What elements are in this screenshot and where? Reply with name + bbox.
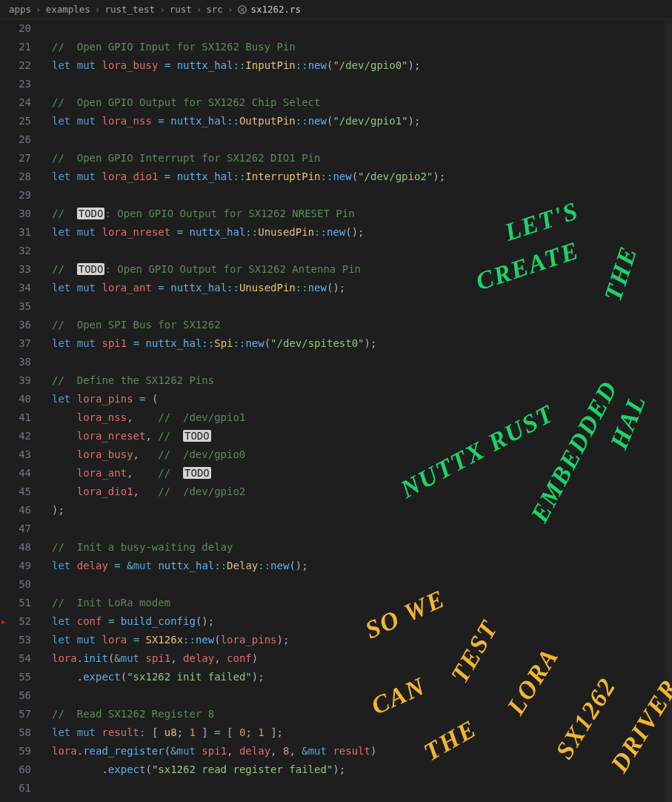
code-line[interactable]: .expect("sx1262 init failed"); [52,668,672,686]
code-line[interactable]: let mut lora_dio1 = nuttx_hal::Interrupt… [52,168,672,186]
code-line[interactable] [52,186,672,205]
chevron-right-icon: › [159,4,165,15]
line-number: 53 [0,631,31,649]
code-line[interactable] [52,575,672,594]
crumb-file[interactable]: sx1262.rs [250,4,301,15]
crumb-rust-test[interactable]: rust_test [104,4,155,15]
crumb-apps[interactable]: apps [9,4,31,15]
line-number: 56 [0,686,31,705]
minimap[interactable] [665,19,672,802]
line-number: 28 [0,168,31,186]
line-number: 27 [0,149,31,168]
code-line[interactable]: lora_busy, // /dev/gpio0 [52,445,672,464]
code-line[interactable] [52,520,672,538]
line-number: 40 [0,390,31,408]
line-number: 32 [0,242,31,260]
crumb-examples[interactable]: examples [46,4,90,15]
line-number: 29 [0,186,31,205]
line-number: 37 [0,334,31,353]
code-line[interactable]: lora.init(&mut spi1, delay, conf) [52,649,672,668]
code-line[interactable] [52,242,672,260]
code-line[interactable]: // Open GPIO Input for SX1262 Busy Pin [52,38,672,56]
code-line[interactable] [52,353,672,371]
code-line[interactable]: // Define the SX1262 Pins [52,371,672,390]
rust-file-icon: R [237,4,247,15]
code-line[interactable]: let lora_pins = ( [52,390,672,408]
line-number: 55 [0,668,31,686]
line-number: 35 [0,297,31,316]
line-number: 39 [0,371,31,390]
code-line[interactable]: .expect("sx1262 read register failed"); [52,760,672,779]
code-line[interactable]: let mut lora_ant = nuttx_hal::UnusedPin:… [52,279,672,297]
code-line[interactable]: // Read SX1262 Register 8 [52,705,672,723]
line-number: 21 [0,38,31,56]
chevron-right-icon: › [227,4,233,15]
code-line[interactable]: let mut spi1 = nuttx_hal::Spi::new("/dev… [52,334,672,353]
code-line[interactable]: let mut lora_busy = nuttx_hal::InputPin:… [52,56,672,75]
code-line[interactable]: lora_nreset, // TODO [52,427,672,445]
code-line[interactable]: let mut lora_nss = nuttx_hal::OutputPin:… [52,112,672,130]
line-number: 25 [0,112,31,130]
line-number: 22 [0,56,31,75]
code-line[interactable]: let conf = build_config(); [52,612,672,631]
code-line[interactable]: let delay = &mut nuttx_hal::Delay::new()… [52,557,672,575]
crumb-src[interactable]: src [206,4,223,15]
code-line[interactable]: // Open GPIO Output for SX1262 Chip Sele… [52,93,672,112]
chevron-right-icon: › [95,4,101,15]
line-number: 43 [0,445,31,464]
code-line[interactable]: // Init a busy-waiting delay [52,538,672,557]
line-number: 24 [0,93,31,112]
code-line[interactable]: // TODO: Open GPIO Output for SX1262 Ant… [52,260,672,279]
line-number: 41 [0,408,31,427]
code-line[interactable]: lora.read_register(&mut spi1, delay, 8, … [52,742,672,760]
line-number: 50 [0,575,31,594]
line-number: 36 [0,316,31,334]
code-content[interactable]: // Open GPIO Input for SX1262 Busy Pinle… [44,19,672,802]
code-line[interactable]: // TODO: Open GPIO Output for SX1262 NRE… [52,205,672,223]
line-number: 59 [0,742,31,760]
editor-area[interactable]: 2021222324252627282930313233343536373839… [0,19,672,802]
line-number: 23 [0,75,31,93]
code-line[interactable] [52,779,672,798]
code-line[interactable]: lora_nss, // /dev/gpio1 [52,408,672,427]
line-number: 45 [0,483,31,501]
code-line[interactable] [52,297,672,316]
chevron-right-icon: › [36,4,41,15]
breakpoint-icon[interactable]: ▶ [1,612,6,631]
line-number: 26 [0,130,31,149]
line-number: 46 [0,501,31,520]
svg-text:R: R [241,7,244,13]
code-line[interactable]: // Open GPIO Interrupt for SX1262 DIO1 P… [52,149,672,168]
code-line[interactable]: let mut lora = SX126x::new(lora_pins); [52,631,672,649]
code-line[interactable]: // Open SPI Bus for SX1262 [52,316,672,334]
line-number: 47 [0,520,31,538]
line-number: 34 [0,279,31,297]
code-line[interactable]: let mut result: [ u8; 1 ] = [ 0; 1 ]; [52,723,672,742]
code-line[interactable] [52,19,672,38]
line-number: 31 [0,223,31,242]
line-number: 57 [0,705,31,723]
code-line[interactable] [52,686,672,705]
line-number: 51 [0,594,31,612]
line-number: 44 [0,464,31,483]
code-line[interactable]: lora_dio1, // /dev/gpio2 [52,483,672,501]
line-number: 30 [0,205,31,223]
line-number: 58 [0,723,31,742]
line-number: 38 [0,353,31,371]
line-number: 52▶ [0,612,31,631]
code-line[interactable]: lora_ant, // TODO [52,464,672,483]
code-line[interactable] [52,130,672,149]
line-number: 61 [0,779,31,798]
code-line[interactable] [52,75,672,93]
code-line[interactable]: // Init LoRa modem [52,594,672,612]
crumb-rust[interactable]: rust [170,4,192,15]
line-number: 20 [0,19,31,38]
code-line[interactable]: ); [52,501,672,520]
chevron-right-icon: › [196,4,202,15]
line-number: 33 [0,260,31,279]
line-number: 60 [0,760,31,779]
code-line[interactable]: let mut lora_nreset = nuttx_hal::UnusedP… [52,223,672,242]
line-number: 42 [0,427,31,445]
line-number: 49 [0,557,31,575]
breadcrumb[interactable]: apps › examples › rust_test › rust › src… [0,0,672,19]
